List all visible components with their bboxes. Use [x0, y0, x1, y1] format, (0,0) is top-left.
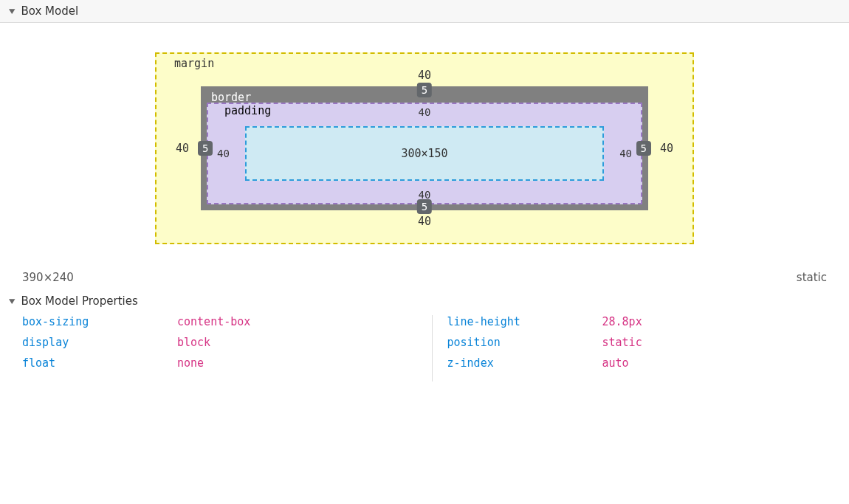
summary-row: 390×240 static — [0, 266, 849, 291]
border-bottom-value[interactable]: 5 — [417, 199, 432, 214]
properties-grid: box-sizing content-box display block flo… — [0, 311, 849, 404]
prop-value[interactable]: 28.8px — [602, 315, 842, 328]
disclosure-triangle-icon: ▼ — [9, 297, 15, 305]
prop-value[interactable]: static — [602, 336, 842, 349]
border-label: border — [211, 91, 251, 104]
box-model-properties-title: Box Model Properties — [21, 294, 137, 308]
margin-top-value[interactable]: 40 — [418, 69, 431, 82]
computed-size: 390×240 — [22, 271, 74, 284]
border-right-value[interactable]: 5 — [636, 141, 651, 156]
margin-layer[interactable]: margin border 40 40 40 40 5 5 5 5 paddin… — [155, 52, 694, 244]
prop-name[interactable]: float — [22, 356, 177, 370]
box-model-properties-header[interactable]: ▼ Box Model Properties — [0, 291, 849, 311]
box-model-title: Box Model — [21, 4, 78, 18]
column-divider — [432, 315, 433, 382]
content-size[interactable]: 300×150 — [401, 147, 447, 160]
margin-left-value[interactable]: 40 — [176, 142, 189, 155]
prop-name[interactable]: position — [447, 336, 602, 349]
border-left-value[interactable]: 5 — [198, 141, 213, 156]
padding-top-value[interactable]: 40 — [419, 106, 431, 118]
padding-label: padding — [224, 104, 271, 117]
padding-layer[interactable]: padding 40 40 40 40 300×150 — [207, 103, 642, 204]
prop-value[interactable]: content-box — [177, 315, 417, 328]
border-layer[interactable]: border 40 40 40 40 5 5 5 5 padding 40 40… — [201, 86, 648, 210]
position-type: static — [797, 271, 827, 284]
prop-name[interactable]: box-sizing — [22, 315, 177, 328]
box-model-header[interactable]: ▼ Box Model — [0, 0, 849, 23]
prop-name[interactable]: z-index — [447, 356, 602, 370]
prop-value[interactable]: auto — [602, 356, 842, 370]
border-top-value[interactable]: 5 — [417, 83, 432, 97]
margin-label: margin — [174, 57, 214, 70]
prop-value[interactable]: block — [177, 336, 417, 349]
prop-name[interactable]: line-height — [447, 315, 602, 328]
properties-col-left: box-sizing content-box display block flo… — [22, 315, 417, 382]
padding-right-value[interactable]: 40 — [619, 148, 632, 159]
box-model-diagram: margin border 40 40 40 40 5 5 5 5 paddin… — [0, 23, 849, 266]
prop-name[interactable]: display — [22, 336, 177, 349]
margin-right-value[interactable]: 40 — [660, 142, 673, 155]
disclosure-triangle-icon: ▼ — [9, 7, 15, 15]
margin-bottom-value[interactable]: 40 — [418, 215, 431, 228]
content-layer[interactable]: 300×150 — [245, 126, 604, 181]
properties-col-right: line-height 28.8px position static z-ind… — [447, 315, 842, 382]
padding-left-value[interactable]: 40 — [217, 148, 230, 159]
prop-value[interactable]: none — [177, 356, 417, 370]
